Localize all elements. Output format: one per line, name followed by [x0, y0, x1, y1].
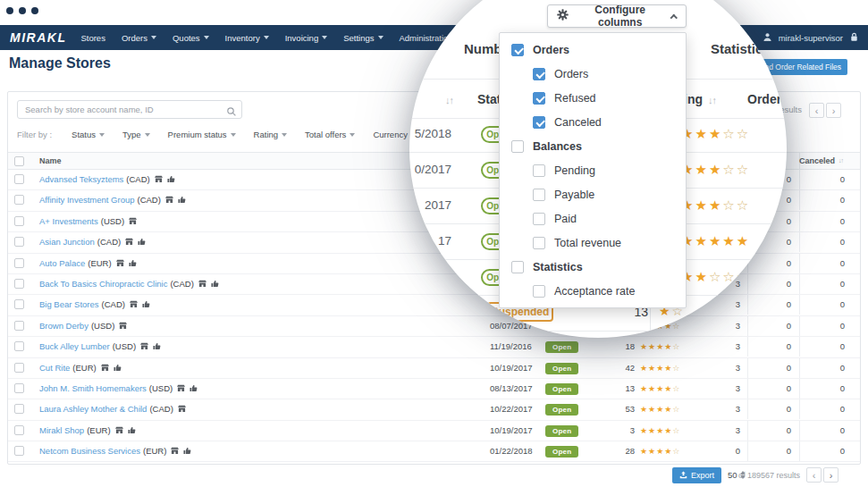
row-checkbox[interactable] [14, 174, 24, 184]
row-checkbox[interactable] [14, 237, 24, 247]
store-name-link[interactable]: Buck Alley Lumber [39, 341, 110, 351]
magnified-rating: ★★★☆☆ [681, 126, 750, 142]
nav-item-inventory[interactable]: Inventory [225, 33, 269, 43]
navbar-menu: StoresOrdersQuotesInventoryInvoicingSett… [80, 33, 461, 43]
store-name-link[interactable]: Big Bear Stores [39, 299, 99, 309]
checkbox-unchecked[interactable] [511, 140, 524, 153]
nav-item-orders[interactable]: Orders [122, 33, 156, 43]
column-toggle-balances[interactable]: Balances [500, 134, 686, 158]
row-checkbox[interactable] [14, 425, 24, 435]
checkbox-unchecked[interactable] [533, 189, 545, 201]
store-name-link[interactable]: Asian Junction [39, 237, 95, 247]
user-name[interactable]: mirakl-supervisor [779, 33, 843, 43]
search-input[interactable] [18, 101, 222, 118]
column-toggle-total-revenue[interactable]: Total revenue [500, 231, 686, 255]
filter-type[interactable]: Type [122, 130, 150, 139]
nav-item-stores[interactable]: Stores [80, 33, 105, 43]
column-toggle-payable[interactable]: Payable [500, 182, 686, 206]
row-checkbox[interactable] [14, 279, 24, 289]
checkbox-unchecked[interactable] [533, 213, 545, 225]
cell-refused: 0 [747, 295, 792, 315]
checkbox-unchecked[interactable] [533, 285, 545, 298]
row-checkbox[interactable] [14, 404, 24, 414]
column-toggle-refused[interactable]: Refused [500, 86, 686, 110]
window-close-button[interactable] [6, 7, 13, 14]
star-filled-icon: ★ [664, 426, 672, 435]
sort-icon[interactable]: ↓↑ [839, 153, 843, 169]
store-name-link[interactable]: Laura Ashley Mother & Child [39, 404, 147, 414]
mirakl-logo[interactable]: MIRAKL [10, 30, 66, 45]
column-toggle-acceptance-rate[interactable]: Acceptance rate [500, 279, 686, 303]
store-name-link[interactable]: Cut Rite [39, 363, 70, 373]
footer-prev-page-button[interactable]: ‹ [806, 467, 822, 483]
row-checkbox[interactable] [14, 341, 24, 351]
checkbox-checked[interactable] [533, 68, 545, 80]
store-name-link[interactable]: Auto Palace [39, 258, 85, 268]
filter-total-offers[interactable]: Total offers [305, 130, 355, 139]
nav-item-quotes[interactable]: Quotes [173, 33, 209, 43]
premium-thumb-icon [178, 196, 186, 206]
window-zoom-button[interactable] [31, 7, 38, 14]
cell-orders: 3 [697, 421, 740, 441]
store-name-link[interactable]: Brown Derby [39, 321, 88, 331]
column-toggle-pending[interactable]: Pending [500, 158, 686, 182]
footer-next-page-button[interactable]: › [823, 467, 839, 483]
column-toggle-canceled[interactable]: Canceled [500, 110, 686, 134]
configure-columns-button[interactable]: Configure columns [547, 4, 687, 28]
export-button[interactable]: Export [672, 467, 721, 483]
checkbox-unchecked[interactable] [533, 237, 545, 249]
row-checkbox[interactable] [14, 321, 24, 331]
store-name-link[interactable]: Mirakl Shop [39, 425, 84, 435]
nav-item-label: Invoicing [285, 33, 319, 43]
column-toggle-paid[interactable]: Paid [500, 206, 686, 231]
column-toggle-orders[interactable]: Orders [500, 62, 686, 86]
filter-premium-status[interactable]: Premium status [168, 130, 236, 139]
star-filled-icon: ★ [709, 233, 722, 248]
nav-item-invoicing[interactable]: Invoicing [285, 33, 328, 43]
cell-name: Mirakl Shop(EUR) [39, 421, 136, 441]
column-toggle-statistics[interactable]: Statistics [500, 255, 686, 279]
row-checkbox[interactable] [14, 216, 24, 226]
filter-rating[interactable]: Rating [254, 130, 287, 139]
checkbox-unchecked[interactable] [511, 261, 524, 273]
row-checkbox[interactable] [14, 446, 24, 456]
store-currency: (EUR) [88, 258, 111, 268]
row-checkbox[interactable] [14, 195, 24, 205]
store-name-link[interactable]: Netcom Business Services [39, 446, 140, 456]
cell-refused: 0 [747, 316, 792, 336]
cell-canceled: 0 [799, 421, 846, 441]
row-checkbox[interactable] [14, 299, 24, 309]
store-name-link[interactable]: John M. Smith Homemakers [39, 383, 147, 393]
column-toggle-orders[interactable]: Orders [500, 38, 686, 62]
column-header-name[interactable]: Name [39, 153, 62, 169]
table-row: Laura Ashley Mother & Child(CAD)10/22/20… [8, 399, 860, 420]
cell-rating: ★★★★☆ [640, 441, 680, 461]
checkbox-checked[interactable] [533, 92, 545, 105]
status-badge: Open [545, 446, 578, 458]
checkbox-unchecked[interactable] [533, 164, 545, 177]
row-checkbox[interactable] [14, 258, 24, 268]
cell-canceled: 0 [799, 399, 846, 419]
cell-orders: 0 [697, 441, 740, 461]
select-all-checkbox[interactable] [14, 156, 24, 166]
store-name-link[interactable]: A+ Investments [39, 216, 98, 226]
magnified-date: 0/2017 [409, 163, 451, 176]
store-name-link[interactable]: Back To Basics Chiropractic Clinic [39, 279, 167, 289]
cell-rating: ★★★★☆ [640, 399, 680, 419]
checkbox-checked[interactable] [533, 116, 545, 129]
lock-icon[interactable] [849, 32, 859, 44]
row-checkbox[interactable] [14, 363, 24, 373]
column-header-canceled[interactable]: Canceled [787, 153, 835, 169]
row-checkbox[interactable] [14, 383, 24, 393]
premium-thumb-icon [142, 300, 150, 310]
window-minimize-button[interactable] [19, 7, 26, 14]
nav-item-settings[interactable]: Settings [343, 33, 383, 43]
store-name-link[interactable]: Advansed Teksyztems [39, 174, 123, 184]
filter-status[interactable]: Status [72, 130, 105, 139]
store-name-link[interactable]: Affinity Investment Group [39, 195, 135, 205]
next-page-button[interactable]: › [826, 103, 841, 118]
filter-label: Status [72, 130, 96, 139]
prev-page-button[interactable]: ‹ [809, 103, 824, 118]
premium-thumb-icon [183, 447, 191, 457]
checkbox-checked[interactable] [511, 44, 524, 56]
